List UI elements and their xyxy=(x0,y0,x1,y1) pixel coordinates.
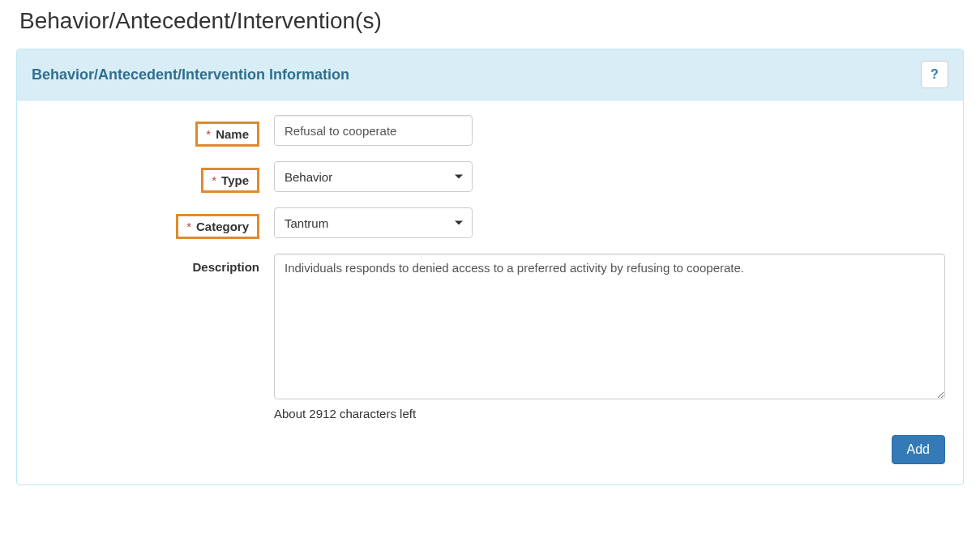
form-row-name: * Name xyxy=(35,115,945,147)
type-select[interactable]: Behavior xyxy=(274,161,473,192)
required-star: * xyxy=(186,220,191,233)
name-input[interactable] xyxy=(274,115,473,146)
form-row-description: Description About 2912 characters left xyxy=(35,254,945,420)
char-counter: About 2912 characters left xyxy=(274,407,945,420)
type-label-box: * Type xyxy=(201,168,259,193)
description-label: Description xyxy=(192,260,259,274)
category-label: Category xyxy=(196,220,249,233)
description-label-box: Description xyxy=(192,260,259,274)
name-label: Name xyxy=(216,127,249,141)
type-select-value: Behavior xyxy=(285,170,332,184)
page-title: Behavior/Antecedent/Intervention(s) xyxy=(19,8,964,34)
category-select[interactable]: Tantrum xyxy=(274,207,473,238)
category-label-box: * Category xyxy=(176,214,259,239)
type-label: Type xyxy=(221,173,249,187)
panel-body: * Name * Type Behavior xyxy=(17,100,963,484)
question-icon: ? xyxy=(931,67,939,82)
required-star: * xyxy=(206,127,211,141)
add-button[interactable]: Add xyxy=(892,435,945,464)
form-row-type: * Type Behavior xyxy=(35,161,945,193)
help-button[interactable]: ? xyxy=(921,61,948,88)
category-select-value: Tantrum xyxy=(285,216,328,230)
panel-title: Behavior/Antecedent/Intervention Informa… xyxy=(32,66,349,83)
form-row-category: * Category Tantrum xyxy=(35,207,945,239)
panel-heading: Behavior/Antecedent/Intervention Informa… xyxy=(17,49,963,100)
button-row: Add xyxy=(35,435,945,464)
info-panel: Behavior/Antecedent/Intervention Informa… xyxy=(16,49,964,485)
name-label-box: * Name xyxy=(195,122,259,147)
required-star: * xyxy=(212,173,216,187)
description-textarea[interactable] xyxy=(274,254,945,399)
